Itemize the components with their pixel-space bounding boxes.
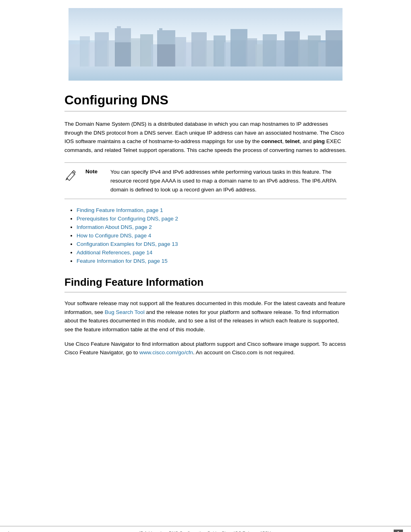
note-text: You can specify IPv4 and IPv6 addresses … bbox=[110, 168, 347, 194]
svg-rect-16 bbox=[214, 35, 226, 69]
svg-rect-19 bbox=[246, 38, 257, 69]
toc-link-3[interactable]: Information About DNS, page 2 bbox=[77, 224, 152, 230]
svg-rect-3 bbox=[95, 32, 109, 69]
svg-rect-4 bbox=[107, 40, 116, 69]
svg-rect-18 bbox=[230, 29, 247, 69]
svg-rect-29 bbox=[157, 44, 175, 69]
toc-list: Finding Feature Information, page 1 Prer… bbox=[64, 207, 347, 264]
hero-water bbox=[68, 66, 342, 81]
svg-rect-28 bbox=[115, 42, 131, 69]
svg-rect-1 bbox=[80, 36, 90, 69]
hero-image bbox=[68, 8, 342, 81]
main-content: Configuring DNS The Domain Name System (… bbox=[64, 81, 347, 357]
hero-skyline-svg bbox=[68, 20, 342, 69]
toc-item-6: Additional References, page 14 bbox=[77, 249, 347, 256]
cisco-cfn-link[interactable]: www.cisco.com/go/cfn bbox=[139, 349, 193, 355]
svg-rect-0 bbox=[68, 44, 81, 69]
toc-link-5[interactable]: Configuration Examples for DNS, page 13 bbox=[77, 241, 178, 247]
note-label: Note bbox=[85, 168, 106, 175]
note-box: Note You can specify IPv4 and IPv6 addre… bbox=[64, 162, 347, 199]
toc-item-3: Information About DNS, page 2 bbox=[77, 224, 347, 230]
svg-rect-24 bbox=[298, 39, 309, 69]
svg-rect-21 bbox=[263, 34, 277, 69]
toc-link-6[interactable]: Additional References, page 14 bbox=[77, 249, 152, 256]
toc-link-2[interactable]: Prerequisites for Configuring DNS, page … bbox=[77, 216, 178, 222]
footer-right: 1 bbox=[394, 530, 403, 532]
svg-rect-23 bbox=[284, 31, 300, 69]
bug-search-tool-link[interactable]: Bug Search Tool bbox=[105, 309, 145, 315]
svg-rect-11 bbox=[159, 28, 162, 30]
svg-rect-7 bbox=[130, 38, 141, 69]
toc-item-5: Configuration Examples for DNS, page 13 bbox=[77, 241, 347, 247]
toc-item-2: Prerequisites for Configuring DNS, page … bbox=[77, 216, 347, 222]
footer-page-number: 1 bbox=[394, 530, 403, 532]
svg-rect-6 bbox=[117, 26, 121, 28]
footer: I IP Addressing: DNS Configuration Guide… bbox=[0, 526, 411, 532]
toc-item-4: How to Configure DNS, page 4 bbox=[77, 233, 347, 239]
page: Configuring DNS The Domain Name System (… bbox=[0, 8, 411, 532]
toc-link-4[interactable]: How to Configure DNS, page 4 bbox=[77, 233, 151, 239]
toc-item-1: Finding Feature Information, page 1 bbox=[77, 207, 347, 213]
intro-paragraph: The Domain Name System (DNS) is a distri… bbox=[64, 120, 347, 154]
toc-link-1[interactable]: Finding Feature Information, page 1 bbox=[77, 207, 163, 213]
toc-link-7[interactable]: Feature Information for DNS, page 15 bbox=[77, 258, 168, 264]
svg-rect-27 bbox=[326, 30, 342, 69]
note-pencil-icon bbox=[64, 168, 81, 183]
intro-bold-telnet: telnet bbox=[285, 138, 300, 144]
section2-para2: Use Cisco Feature Navigator to find info… bbox=[64, 340, 347, 357]
intro-bold-connect: connect bbox=[262, 138, 282, 144]
toc-item-7: Feature Information for DNS, page 15 bbox=[77, 258, 347, 264]
svg-rect-12 bbox=[174, 37, 186, 69]
section2-para1: Your software release may not support al… bbox=[64, 299, 347, 334]
section2-title: Finding Feature Information bbox=[64, 276, 347, 293]
intro-bold-ping: ping bbox=[313, 138, 325, 144]
svg-rect-14 bbox=[191, 32, 207, 69]
page-title: Configuring DNS bbox=[64, 93, 347, 112]
